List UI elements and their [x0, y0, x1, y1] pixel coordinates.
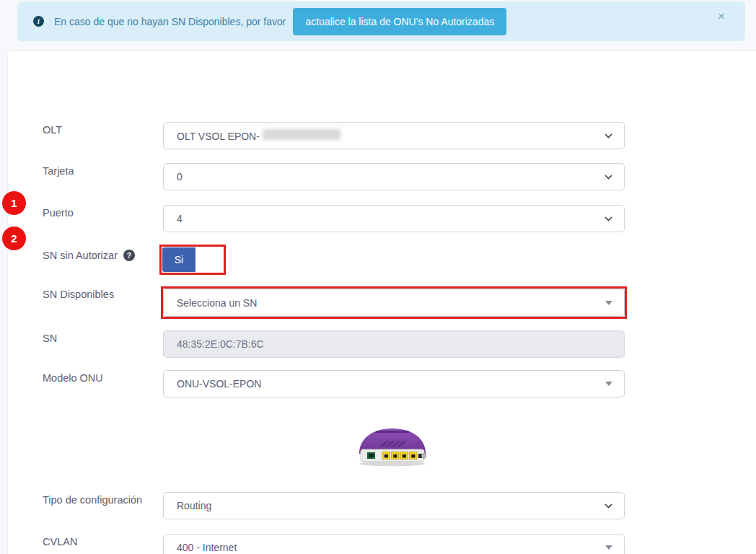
help-icon[interactable]: ?	[123, 250, 135, 261]
cvlan-label: CVLAN	[43, 536, 77, 548]
sn-sin-autorizar-toggle[interactable]: Si	[162, 247, 223, 272]
modelo-onu-value: ONU-VSOL-EPON	[177, 378, 605, 390]
highlight-frame-sn-disponibles: Selecciona un SN	[161, 286, 627, 319]
sn-sin-autorizar-label: SN sin Autorizar ?	[43, 250, 135, 261]
olt-value: OLT VSOL EPON-	[177, 129, 605, 142]
dropdown-arrow-icon	[605, 382, 612, 386]
chevron-down-icon	[605, 175, 612, 180]
sn-input: 48:35:2E:0C:7B:6C	[163, 330, 625, 358]
puerto-value: 4	[177, 213, 605, 224]
sn-value: 48:35:2E:0C:7B:6C	[177, 338, 612, 350]
tipo-configuracion-value: Routing	[177, 500, 605, 511]
onu-device-image	[349, 418, 436, 470]
tarjeta-select[interactable]: 0	[163, 163, 625, 190]
cvlan-select[interactable]: 400 - Internet	[163, 534, 625, 554]
tarjeta-label: Tarjeta	[43, 165, 74, 177]
sn-disponibles-placeholder: Selecciona un SN	[177, 297, 605, 309]
banner-message: En caso de que no hayan SN Disponibles, …	[54, 16, 286, 27]
redacted-olt-name	[263, 129, 340, 140]
puerto-select[interactable]: 4	[163, 205, 625, 232]
sn-label: SN	[43, 333, 57, 344]
step-badge-2: 2	[2, 227, 26, 250]
puerto-label: Puerto	[43, 207, 74, 219]
update-unauthorized-onu-list-button[interactable]: actualice la lista de ONU's No Autorizad…	[293, 8, 506, 35]
toggle-off-side	[195, 247, 223, 272]
onu-provisioning-form: OLT OLT VSOL EPON- Tarjeta 0 Puerto 4 SN…	[7, 50, 756, 554]
info-icon: i	[33, 16, 44, 27]
modelo-onu-select[interactable]: ONU-VSOL-EPON	[163, 370, 625, 397]
chevron-down-icon	[605, 504, 612, 509]
step-badge-1: 1	[2, 191, 26, 215]
tipo-configuracion-label: Tipo de configuración	[43, 494, 142, 506]
tipo-configuracion-select[interactable]: Routing	[163, 492, 625, 519]
close-icon[interactable]: ×	[713, 9, 729, 23]
modelo-onu-label: Modelo ONU	[43, 372, 103, 384]
sn-disponibles-label: SN Disponibles	[43, 289, 114, 300]
info-banner: i En caso de que no hayan SN Disponibles…	[17, 1, 745, 41]
highlight-frame-toggle: Si	[159, 245, 226, 275]
sn-disponibles-select[interactable]: Selecciona un SN	[163, 289, 625, 317]
toggle-on-label: Si	[162, 247, 195, 272]
dropdown-arrow-icon	[605, 545, 612, 550]
tarjeta-value: 0	[177, 171, 605, 183]
dropdown-arrow-icon	[605, 301, 612, 305]
chevron-down-icon	[605, 216, 612, 221]
olt-select[interactable]: OLT VSOL EPON-	[163, 122, 625, 149]
chevron-down-icon	[605, 133, 612, 138]
olt-label: OLT	[43, 124, 62, 136]
cvlan-value: 400 - Internet	[177, 542, 605, 553]
